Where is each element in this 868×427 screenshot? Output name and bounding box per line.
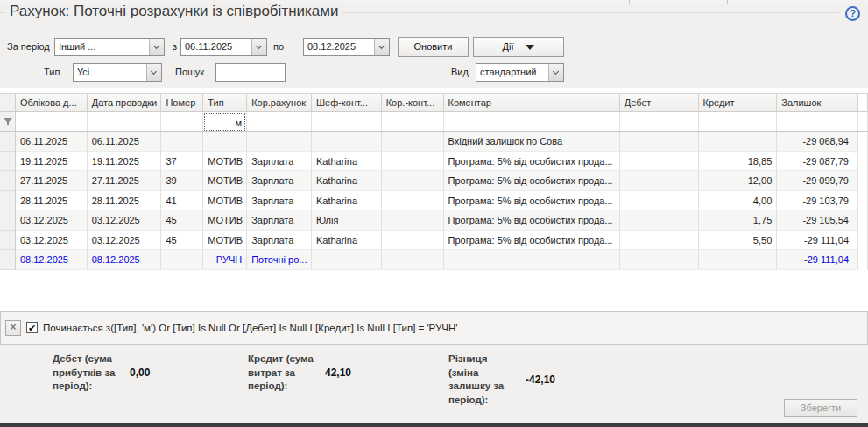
row-indicator[interactable] [0,171,16,191]
cell-number[interactable] [161,250,203,270]
row-indicator[interactable] [0,132,16,152]
cell-comment[interactable] [444,250,620,270]
cell-doc-date[interactable]: 08.12.2025 [88,250,162,270]
filter-cell[interactable] [699,112,778,131]
chevron-down-icon[interactable] [374,39,389,55]
cell-credit[interactable]: 12,00 [699,171,778,191]
table-row[interactable]: 28.11.2025 28.11.2025 41 МОТИВ Зарплата … [0,191,868,211]
cell-chef-contractor[interactable]: Юлія [312,210,382,231]
cell-credit[interactable]: 1,75 [699,210,778,231]
cell-comment[interactable]: Програма: 5% від особистих прода... [444,191,620,211]
to-date-picker[interactable]: 08.12.2025 [303,38,390,56]
column-header[interactable]: Шеф-конт... [312,94,382,111]
cell-type[interactable]: МОТИВ [203,210,247,231]
row-indicator[interactable] [0,231,16,251]
chevron-down-icon[interactable] [146,64,161,81]
cell-doc-date[interactable]: 03.12.2025 [88,231,162,251]
cell-acc-date[interactable]: 19.11.2025 [16,152,88,172]
column-header[interactable]: Номер [161,94,203,111]
filter-expression-text[interactable]: Починається з([Тип], 'м') Or [Тип] Is Nu… [43,323,458,333]
cell-balance[interactable]: -29 087,79 [777,152,858,172]
cell-corr-contractor[interactable] [382,191,444,211]
cell-chef-contractor[interactable]: Katharina [312,231,382,251]
chevron-down-icon[interactable] [251,39,266,55]
cell-balance[interactable]: -29 105,54 [777,210,858,231]
cell-debit[interactable] [620,171,699,191]
filter-cell-type[interactable]: м [203,112,247,131]
help-icon[interactable]: ? [845,6,860,21]
column-header[interactable]: Кор.-конт... [382,94,444,111]
cell-corr-contractor[interactable] [382,250,444,270]
cell-credit[interactable] [699,132,778,152]
cell-acc-date[interactable]: 28.11.2025 [16,191,88,211]
cell-debit[interactable] [620,132,699,152]
table-row[interactable]: 27.11.2025 27.11.2025 39 МОТИВ Зарплата … [0,171,868,191]
cell-number[interactable]: 37 [161,152,203,172]
column-header[interactable]: Кредит [699,94,778,111]
cell-debit[interactable] [620,152,699,172]
cell-chef-contractor[interactable]: Katharina [312,191,382,211]
filter-cell[interactable] [161,112,203,131]
actions-button[interactable]: Дії [473,37,564,57]
filter-cell[interactable] [777,112,858,131]
cell-acc-date[interactable]: 03.12.2025 [16,231,88,251]
cell-type[interactable]: МОТИВ [203,152,247,172]
cell-number[interactable]: 45 [161,210,203,231]
close-filter-icon[interactable]: × [5,320,21,336]
cell-acc-date[interactable]: 27.11.2025 [16,171,88,191]
cell-comment[interactable]: Програма: 5% від особистих прода... [444,152,620,172]
row-indicator[interactable] [0,152,16,172]
row-indicator[interactable] [0,191,16,211]
column-header[interactable]: Кор.рахунок [247,94,312,111]
cell-credit[interactable]: 4,00 [699,191,778,211]
filter-cell[interactable] [247,112,312,131]
cell-chef-contractor[interactable] [312,250,382,270]
table-row[interactable]: 03.12.2025 03.12.2025 45 МОТИВ Зарплата … [0,231,868,251]
cell-type[interactable]: МОТИВ [203,191,247,211]
cell-corr-account[interactable]: Зарплата [247,152,312,172]
cell-number[interactable]: 41 [161,191,203,211]
table-row[interactable]: 08.12.2025 08.12.2025 РУЧН Поточні ро...… [0,250,868,270]
cell-credit[interactable] [699,250,778,270]
cell-corr-account[interactable] [247,132,312,152]
cell-credit[interactable]: 5,50 [699,231,778,251]
cell-comment[interactable]: Вхідний залишок по Сова [444,132,620,152]
cell-comment[interactable]: Програма: 5% від особистих прода... [444,210,620,231]
filter-enabled-checkbox[interactable]: ✔ [26,322,38,333]
chevron-down-icon[interactable] [149,39,164,55]
refresh-button[interactable]: Оновити [398,37,469,57]
column-header[interactable]: Дата проводки [88,94,162,111]
cell-type[interactable]: МОТИВ [203,231,247,251]
column-header[interactable]: Залишок [777,94,858,111]
cell-debit[interactable] [620,250,699,270]
cell-credit[interactable]: 18,85 [699,152,778,172]
filter-cell[interactable] [88,112,162,131]
cell-number[interactable]: 45 [161,231,203,251]
cell-corr-account[interactable]: Поточні ро... [247,250,312,270]
cell-number[interactable]: 39 [161,171,203,191]
cell-doc-date[interactable]: 19.11.2025 [88,152,162,172]
cell-corr-account[interactable]: Зарплата [247,191,312,211]
cell-debit[interactable] [620,210,699,231]
cell-balance[interactable]: -29 099,79 [777,171,858,191]
search-input[interactable] [216,64,285,81]
cell-acc-date[interactable]: 06.11.2025 [16,132,88,152]
save-button[interactable]: Зберегти [784,399,857,417]
row-indicator[interactable] [0,250,16,270]
type-filter-value[interactable]: м [204,113,245,131]
cell-acc-date[interactable]: 08.12.2025 [16,250,88,270]
from-date-picker[interactable]: 06.11.2025 [180,38,267,56]
period-select[interactable]: Інший ... [54,38,165,56]
cell-balance[interactable]: -29 111,04 [777,250,858,270]
cell-doc-date[interactable]: 03.12.2025 [88,210,162,231]
cell-balance[interactable]: -29 068,94 [777,132,858,152]
cell-corr-account[interactable]: Зарплата [247,231,312,251]
cell-corr-contractor[interactable] [382,132,444,152]
cell-type[interactable]: МОТИВ [203,171,247,191]
filter-cell[interactable] [382,112,444,131]
table-row[interactable]: 06.11.2025 06.11.2025 Вхідний залишок по… [0,132,868,152]
cell-chef-contractor[interactable]: Katharina [312,171,382,191]
cell-doc-date[interactable]: 06.11.2025 [88,132,162,152]
column-header[interactable]: Тип [203,94,247,111]
cell-doc-date[interactable]: 27.11.2025 [88,171,162,191]
